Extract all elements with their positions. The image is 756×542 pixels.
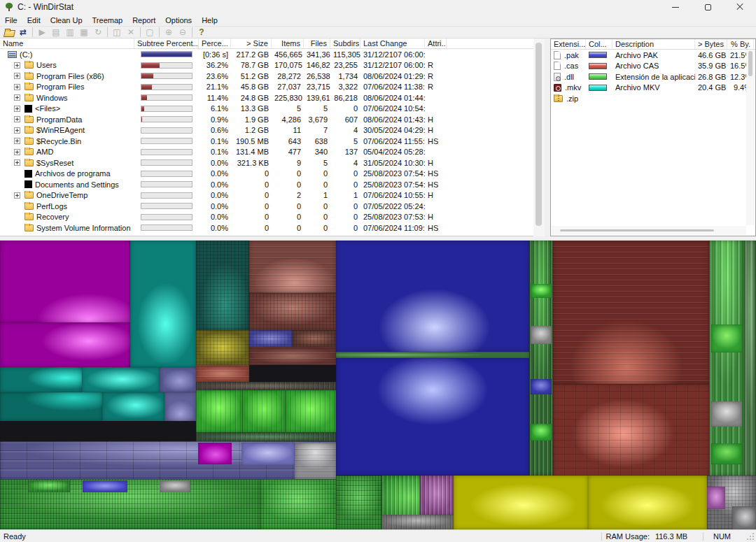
- ext-header-4[interactable]: % By.: [727, 39, 754, 49]
- treemap-rect[interactable]: [454, 476, 588, 529]
- treemap-rect[interactable]: [241, 443, 295, 465]
- tree-row[interactable]: <Files>6.1%13.3 GB55007/06/2024 10:54:..…: [0, 104, 545, 115]
- properties-button[interactable]: ▢: [143, 27, 157, 38]
- treemap-rect[interactable]: [28, 480, 70, 492]
- menu-item-treemap[interactable]: Treemap: [88, 15, 128, 25]
- tree-header-1[interactable]: Subtree Percent...: [134, 38, 199, 48]
- treemap-rect[interactable]: [260, 479, 336, 529]
- treemap-rect[interactable]: [732, 506, 756, 529]
- treemap-rect[interactable]: [711, 401, 742, 427]
- tree-header-5[interactable]: Files: [304, 38, 330, 48]
- extension-vertical-scrollbar[interactable]: [746, 50, 755, 225]
- menu-item-file[interactable]: File: [0, 15, 22, 25]
- treemap-rect[interactable]: [382, 515, 454, 529]
- scrollbar-thumb[interactable]: [560, 229, 714, 231]
- tree-header-6[interactable]: Subdirs: [330, 38, 360, 48]
- tree-row[interactable]: $Recycle.Bin0.1%190.5 MB643638507/06/202…: [0, 136, 545, 147]
- treemap-rect[interactable]: [249, 330, 293, 347]
- expander-icon[interactable]: [14, 149, 20, 155]
- treemap-rect[interactable]: [295, 443, 336, 479]
- treemap-rect[interactable]: [744, 241, 756, 476]
- treemap-rect[interactable]: [160, 480, 190, 492]
- treemap-rect[interactable]: [336, 241, 529, 352]
- expander-icon[interactable]: [14, 138, 20, 144]
- help-button[interactable]: ?: [195, 27, 209, 38]
- treemap-rect[interactable]: [531, 284, 552, 298]
- tree-row[interactable]: ProgramData0.9%1.9 GB4,2863,67960708/06/…: [0, 114, 545, 125]
- treemap-rect[interactable]: [707, 487, 725, 509]
- treemap-rect[interactable]: [196, 365, 249, 382]
- maximize-button[interactable]: [692, 0, 724, 14]
- ext-header-3[interactable]: > Bytes: [695, 39, 727, 49]
- treemap-rect[interactable]: [336, 352, 529, 358]
- tree-row[interactable]: (C:)[0:36 s]217.2 GB456,665341,360115,30…: [0, 49, 545, 60]
- treemap-rect[interactable]: [0, 322, 130, 367]
- treemap-rect[interactable]: [249, 347, 336, 365]
- tree-row[interactable]: AMD0.1%131.4 MB47734013705/04/2024 05:28…: [0, 147, 545, 158]
- resize-grip[interactable]: [746, 532, 755, 541]
- treemap-rect[interactable]: [249, 293, 336, 330]
- treemap-rect[interactable]: [0, 392, 102, 421]
- treemap-view[interactable]: [0, 240, 756, 529]
- expander-icon[interactable]: [14, 116, 20, 122]
- refresh-selected-button[interactable]: ↻: [91, 27, 105, 38]
- treemap-rect[interactable]: [249, 241, 336, 293]
- treemap-rect[interactable]: [196, 382, 336, 390]
- tree-row[interactable]: PerfLogs0.0%000007/05/2022 05:24:...: [0, 201, 545, 212]
- treemap-rect[interactable]: [553, 241, 709, 384]
- extension-row[interactable]: .pakArchivo PAK46.6 GB21.5%: [551, 50, 746, 61]
- treemap-rect[interactable]: [130, 241, 196, 367]
- expander-icon[interactable]: [14, 192, 20, 199]
- treemap-rect[interactable]: [82, 367, 160, 392]
- treemap-rect[interactable]: [286, 390, 336, 432]
- tree-vertical-scrollbar[interactable]: [533, 38, 545, 236]
- menu-item-report[interactable]: Report: [127, 15, 160, 25]
- treemap-rect[interactable]: [196, 241, 249, 330]
- treemap-rect[interactable]: [711, 325, 742, 352]
- tree-row[interactable]: System Volume Information0.0%000007/06/2…: [0, 222, 545, 234]
- tree-header-3[interactable]: > Size: [231, 38, 272, 48]
- ext-header-0[interactable]: Extensi...: [551, 39, 586, 49]
- treemap-rect[interactable]: [160, 367, 196, 392]
- menu-item-edit[interactable]: Edit: [22, 15, 46, 25]
- tree-row[interactable]: Documents and Settings0.0%000025/08/2023…: [0, 179, 545, 190]
- extension-row[interactable]: .mkvArchivo MKV20.4 GB9.4%: [551, 83, 746, 94]
- treemap-rect[interactable]: [196, 390, 242, 432]
- treemap-rect[interactable]: [336, 476, 382, 529]
- zoom-in-button[interactable]: ⊕: [162, 27, 176, 38]
- command-prompt-button[interactable]: ▦: [77, 27, 91, 38]
- tree-header-8[interactable]: Attri...: [425, 38, 447, 48]
- treemap-rect[interactable]: [711, 443, 742, 464]
- treemap-rect[interactable]: [196, 330, 249, 365]
- tree-row[interactable]: Program Files (x86)23.6%51.2 GB28,27226,…: [0, 71, 545, 82]
- treemap-rect[interactable]: [531, 326, 552, 344]
- extension-row[interactable]: .dllExtensión de la aplicación26.8 GB12.…: [551, 71, 746, 83]
- extension-horizontal-scrollbar[interactable]: [552, 226, 746, 235]
- menu-item-help[interactable]: Help: [197, 15, 223, 25]
- treemap-rect[interactable]: [553, 384, 709, 479]
- refresh-all-button[interactable]: ⇄: [16, 27, 30, 38]
- tree-header-0[interactable]: Name: [0, 38, 134, 48]
- expander-icon[interactable]: [14, 73, 20, 79]
- open-item-button[interactable]: ▶: [35, 27, 49, 38]
- ext-header-1[interactable]: Col...: [586, 39, 612, 49]
- expander-icon[interactable]: [14, 62, 20, 69]
- tree-row[interactable]: Windows11.4%24.8 GB225,830139,61286,2180…: [0, 92, 545, 104]
- treemap-rect[interactable]: [196, 432, 336, 441]
- tree-row[interactable]: Users36.2%78.7 GB170,075146,82023,25531/…: [0, 60, 545, 71]
- ext-header-2[interactable]: Description: [612, 39, 695, 49]
- treemap-rect[interactable]: [242, 390, 286, 432]
- tree-row[interactable]: $WinREAgent0.6%1.2 GB117430/05/2024 04:2…: [0, 125, 545, 136]
- menu-item-options[interactable]: Options: [160, 15, 197, 25]
- treemap-rect[interactable]: [531, 379, 552, 394]
- tree-row[interactable]: Program Files21.1%45.8 GB27,03723,7153,3…: [0, 82, 545, 93]
- extension-row[interactable]: .casArchivo CAS35.9 GB16.5%: [551, 61, 746, 72]
- treemap-rect[interactable]: [164, 392, 196, 421]
- treemap-rect[interactable]: [588, 476, 707, 529]
- copy-path-button[interactable]: ▤: [49, 27, 63, 38]
- treemap-rect[interactable]: [0, 367, 82, 392]
- menu-item-clean-up[interactable]: Clean Up: [46, 15, 88, 25]
- treemap-rect[interactable]: [336, 358, 529, 476]
- delete-button[interactable]: ✕: [124, 27, 138, 38]
- close-button[interactable]: [724, 0, 756, 14]
